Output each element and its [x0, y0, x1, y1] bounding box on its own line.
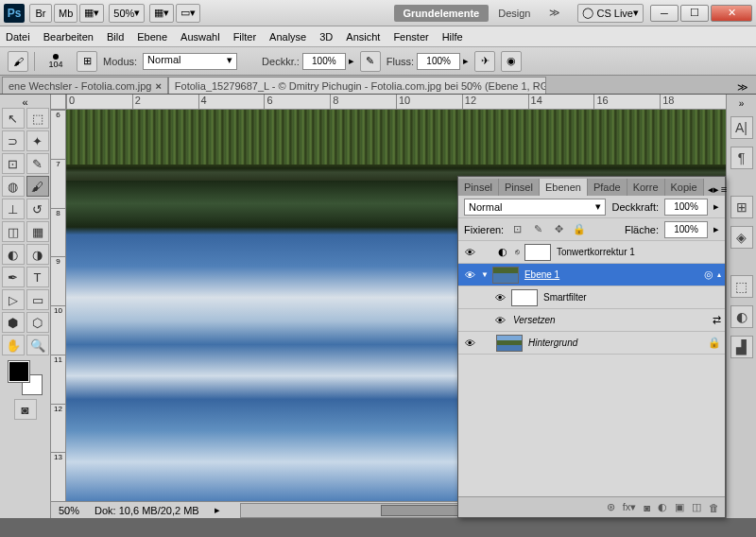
panel-tab-pinsel2[interactable]: Pinsel [499, 179, 540, 196]
healing-tool[interactable]: ◍ [2, 176, 25, 197]
brush-tool[interactable]: 🖌 [26, 176, 49, 197]
airbrush-icon[interactable]: ✈ [474, 51, 495, 72]
opacity-input[interactable] [302, 53, 346, 70]
visibility-icon[interactable]: 👁 [492, 292, 507, 303]
status-doc[interactable]: Dok: 10,6 MB/20,2 MB [94, 505, 199, 516]
panel-tab-kopie[interactable]: Kopie [665, 179, 704, 196]
menu-ansicht[interactable]: Ansicht [346, 31, 380, 43]
view-extras-button[interactable]: ▦▾ [79, 4, 104, 23]
menu-bearbeiten[interactable]: Bearbeiten [43, 31, 94, 43]
minimize-button[interactable]: ─ [650, 5, 679, 22]
menu-fenster[interactable]: Fenster [393, 31, 428, 43]
panel-tab-ebenen[interactable]: Ebenen [540, 179, 588, 196]
fill-input[interactable] [664, 221, 708, 238]
opacity-arrow-icon[interactable]: ▸ [349, 55, 354, 67]
lock-pixels-icon[interactable]: ✎ [530, 222, 545, 237]
link-layers-icon[interactable]: ⊛ [607, 501, 615, 513]
dodge-tool[interactable]: ◑ [26, 244, 49, 265]
lock-position-icon[interactable]: ✥ [551, 222, 566, 237]
shape-tool[interactable]: ▭ [26, 289, 49, 310]
tablet-size-icon[interactable]: ◉ [501, 51, 522, 72]
history-brush-tool[interactable]: ↺ [26, 199, 49, 219]
layer-thumbnail[interactable] [492, 267, 519, 284]
new-layer-icon[interactable]: ◫ [692, 501, 701, 513]
menu-auswahl[interactable]: Auswahl [180, 31, 220, 43]
layer-thumbnail[interactable] [496, 335, 523, 352]
filter-name[interactable]: Versetzen [511, 315, 709, 325]
blend-mode-select[interactable]: Normal▾ [143, 53, 237, 70]
ruler-origin[interactable] [51, 95, 66, 110]
crop-tool[interactable]: ⊡ [2, 153, 25, 174]
character-panel-icon[interactable]: A| [730, 116, 753, 139]
marquee-tool[interactable]: ⬚ [26, 108, 49, 129]
panel-tab-korre[interactable]: Korre [627, 179, 665, 196]
opacity-arrow-icon[interactable]: ▸ [713, 200, 719, 213]
toolbox-collapse-icon[interactable]: « [2, 96, 48, 108]
pen-tool[interactable]: ✒ [2, 267, 25, 287]
brush-panel-icon[interactable]: ⊞ [77, 51, 97, 72]
histogram-panel-icon[interactable]: ▟ [730, 336, 753, 358]
paragraph-panel-icon[interactable]: ¶ [730, 147, 753, 169]
filter-options-icon[interactable]: ⇄ [713, 314, 721, 326]
ruler-vertical[interactable]: 678910111213 [51, 110, 66, 501]
layer-group-icon[interactable]: ▣ [675, 501, 684, 513]
status-zoom[interactable]: 50% [59, 505, 79, 516]
blend-mode-select[interactable]: Normal▾ [464, 199, 606, 216]
visibility-icon[interactable]: 👁 [492, 315, 507, 326]
layer-style-icon[interactable]: fx▾ [623, 501, 637, 513]
panel-tab-pinsel1[interactable]: Pinsel [458, 179, 499, 196]
menu-analyse[interactable]: Analyse [269, 31, 306, 43]
tool-preset-icon[interactable]: 🖌 [8, 51, 28, 72]
dock-collapse-icon[interactable]: » [739, 98, 745, 109]
screen-mode-button[interactable]: ▭▾ [176, 4, 200, 23]
layer-row[interactable]: 👁 ▼ Ebene 1 ◎ ▴ [458, 264, 725, 286]
layer-name[interactable]: Tonwertkorrektur 1 [555, 247, 721, 257]
close-button[interactable]: ✕ [711, 5, 752, 22]
layer-name[interactable]: Ebene 1 [523, 269, 700, 280]
workspace-more[interactable]: ≫ [540, 4, 570, 22]
type-tool[interactable]: T [26, 267, 49, 287]
styles-panel-icon[interactable]: ◈ [730, 226, 753, 249]
menu-ebene[interactable]: Ebene [137, 31, 167, 43]
workspace-design[interactable]: Design [489, 5, 540, 22]
panel-tab-pfade[interactable]: Pfade [588, 179, 627, 196]
menu-datei[interactable]: Datei [6, 31, 30, 43]
flow-arrow-icon[interactable]: ▸ [463, 55, 469, 67]
foreground-color[interactable] [9, 361, 29, 382]
quickmask-tool[interactable]: ◙ [14, 399, 37, 420]
visibility-icon[interactable]: 👁 [462, 247, 477, 258]
lock-transparency-icon[interactable]: ⊡ [509, 222, 524, 237]
close-tab-icon[interactable]: × [155, 80, 161, 92]
bridge-button[interactable]: Br [29, 4, 52, 23]
minibridge-button[interactable]: Mb [54, 4, 77, 23]
arrange-button[interactable]: ▦▾ [149, 4, 174, 23]
path-select-tool[interactable]: ▷ [2, 289, 25, 310]
blur-tool[interactable]: ◐ [2, 244, 25, 265]
collapse-icon[interactable]: ▼ [481, 270, 489, 279]
eyedropper-tool[interactable]: ✎ [26, 153, 49, 174]
panel-menu-icon[interactable]: ≡ [721, 183, 727, 196]
swatches-panel-icon[interactable]: ⊞ [730, 196, 753, 218]
ruler-horizontal[interactable]: 024681012141618 [66, 95, 726, 110]
menu-hilfe[interactable]: Hilfe [442, 31, 463, 43]
tablet-opacity-icon[interactable]: ✎ [360, 51, 381, 72]
adjustment-layer-icon[interactable]: ◐ [658, 501, 667, 513]
layer-row[interactable]: 👁 Versetzen ⇄ [458, 309, 725, 332]
layer-row[interactable]: 👁 Hintergrund 🔒 [458, 332, 725, 355]
cslive-button[interactable]: ◯ CS Live ▾ [577, 4, 644, 23]
layer-name[interactable]: Hintergrund [526, 338, 704, 348]
fill-arrow-icon[interactable]: ▸ [713, 223, 719, 235]
gradient-tool[interactable]: ▦ [26, 221, 49, 242]
move-tool[interactable]: ↖ [2, 108, 25, 129]
stamp-tool[interactable]: ⊥ [2, 199, 25, 219]
mask-thumbnail[interactable] [524, 244, 551, 261]
mask-thumbnail[interactable] [511, 289, 538, 306]
navigator-panel-icon[interactable]: ⬚ [730, 275, 753, 298]
lasso-tool[interactable]: ⊃ [2, 130, 25, 151]
layer-row[interactable]: 👁 ◐ ⎋ Tonwertkorrektur 1 [458, 241, 725, 264]
flow-input[interactable] [417, 53, 460, 70]
doc-tab-1[interactable]: ene Wechsler - Fotolia.com.jpg× [2, 77, 168, 94]
visibility-icon[interactable]: 👁 [462, 269, 477, 281]
eraser-tool[interactable]: ◫ [2, 221, 25, 242]
doc-tab-2[interactable]: Fotolia_15279687_L - © Dmitry Pichugin -… [168, 77, 546, 94]
